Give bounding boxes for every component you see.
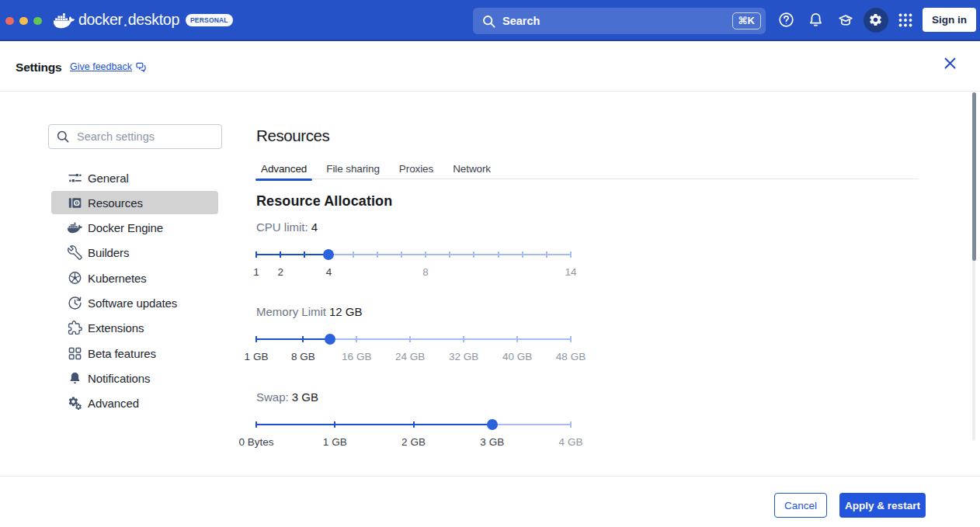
- give-feedback-link[interactable]: Give feedback: [70, 61, 146, 72]
- cpu-tick-8: [425, 251, 426, 258]
- sidebar-item-kubernetes[interactable]: Kubernetes: [51, 266, 218, 290]
- builders-icon: [68, 245, 82, 260]
- sidebar-item-extensions[interactable]: Extensions: [51, 317, 218, 340]
- docker-whale-icon: [54, 12, 75, 29]
- mem-tick-32: [463, 336, 464, 342]
- swap-value: 3 GB: [292, 390, 318, 404]
- sidebar-item-beta-features[interactable]: Beta features: [51, 342, 218, 365]
- mem-slider[interactable]: [256, 334, 571, 345]
- cpu-tick-13: [546, 251, 547, 258]
- mem-tick-label-32: 32 GB: [449, 351, 478, 362]
- sidebar-item-notifications[interactable]: Notifications: [51, 366, 218, 390]
- logo-product-text: desktop: [128, 11, 179, 29]
- docker-engine-icon: [68, 220, 82, 235]
- sidebar-item-advanced[interactable]: Advanced: [51, 392, 218, 415]
- swap-tick-label-4: 4 GB: [559, 436, 583, 448]
- sidebar-item-label: Extensions: [88, 321, 144, 335]
- tab-network[interactable]: Network: [447, 158, 496, 179]
- cancel-button[interactable]: Cancel: [774, 493, 827, 518]
- cpu-tick-11: [498, 251, 499, 258]
- cpu-tick-labels: 124814: [256, 266, 571, 279]
- mem-tick-label-8: 8 GB: [291, 351, 315, 362]
- resources-icon: [68, 196, 82, 210]
- extensions-icon: [68, 321, 82, 335]
- mem-label: Memory Limit12 GB: [256, 305, 800, 318]
- beta-features-icon: [68, 346, 82, 361]
- window-close-traffic-light[interactable]: [5, 17, 14, 26]
- sidebar-item-label: Advanced: [88, 397, 139, 410]
- settings-button[interactable]: [861, 5, 891, 35]
- settings-active-indicator: [864, 8, 888, 33]
- cpu-tick-label-14: 14: [565, 266, 576, 278]
- sidebar-item-docker-engine[interactable]: Docker Engine: [51, 217, 218, 240]
- cpu-slider[interactable]: [256, 249, 571, 260]
- tab-advanced[interactable]: Advanced: [255, 158, 312, 179]
- sign-in-button[interactable]: Sign in: [923, 8, 976, 32]
- titlebar: dockerdesktop PERSONAL Search ⌘K: [0, 0, 980, 41]
- cpu-value: 4: [311, 220, 318, 234]
- apply-restart-button[interactable]: Apply & restart: [839, 493, 926, 518]
- sidebar-item-software-updates[interactable]: Software updates: [51, 291, 218, 314]
- help-icon: [778, 12, 794, 28]
- swap-label: Swap:3 GB: [256, 390, 800, 404]
- swap-tick-label-2: 2 GB: [401, 436, 426, 448]
- titlebar-icon-bar: [771, 0, 921, 40]
- cpu-label: CPU limit:4: [256, 220, 800, 234]
- section-title: Resource Allocation: [256, 193, 392, 210]
- settings-search-input[interactable]: [77, 130, 214, 143]
- scrollbar-thumb[interactable]: [972, 92, 976, 261]
- sidebar-item-label: Beta features: [88, 347, 156, 360]
- cpu-tick-2: [280, 251, 281, 258]
- cpu-tick-7: [401, 251, 402, 258]
- feedback-bubble-icon: [136, 62, 146, 72]
- tab-bar: AdvancedFile sharingProxiesNetwork: [255, 158, 919, 179]
- cpu-tick-10: [473, 251, 474, 258]
- search-icon: [482, 15, 495, 28]
- swap-tick-0: [255, 421, 257, 428]
- cpu-slider-group: CPU limit:4124814: [256, 220, 800, 234]
- global-search-input[interactable]: Search ⌘K: [473, 8, 766, 34]
- advanced-icon: [68, 396, 82, 411]
- window-zoom-traffic-light[interactable]: [33, 17, 42, 26]
- cpu-tick-label-1: 1: [253, 266, 259, 278]
- logo-dot: [124, 24, 127, 26]
- swap-tick-4: [570, 421, 572, 428]
- cpu-tick-5: [353, 251, 354, 258]
- settings-search-icon: [57, 130, 69, 143]
- mem-value: 12 GB: [329, 305, 363, 318]
- cpu-tick-12: [522, 251, 523, 258]
- learning-center-button[interactable]: [831, 5, 861, 35]
- mem-tick-label-48: 48 GB: [556, 351, 586, 362]
- help-button[interactable]: [771, 5, 801, 35]
- sidebar-item-general[interactable]: General: [51, 166, 218, 189]
- sidebar-item-builders[interactable]: Builders: [51, 241, 218, 265]
- settings-search-field[interactable]: [48, 124, 222, 149]
- sidebar-item-label: General: [88, 172, 129, 185]
- tab-proxies[interactable]: Proxies: [394, 158, 439, 179]
- tab-file-sharing[interactable]: File sharing: [321, 158, 385, 179]
- give-feedback-label: Give feedback: [70, 61, 132, 72]
- cpu-slider-fill: [256, 254, 328, 255]
- mem-tick-labels: 1 GB8 GB16 GB24 GB32 GB40 GB48 GB: [256, 351, 571, 363]
- swap-slider-handle[interactable]: [487, 419, 498, 430]
- apps-grid-icon: [898, 12, 913, 28]
- sidebar-item-label: Resources: [88, 196, 143, 210]
- mem-tick-label-16: 16 GB: [342, 351, 371, 362]
- mem-label-text: Memory Limit: [256, 305, 326, 318]
- logo-brand-text: docker: [78, 11, 123, 29]
- cpu-slider-handle[interactable]: [323, 249, 334, 260]
- swap-slider[interactable]: [256, 419, 571, 430]
- close-icon: [944, 57, 956, 69]
- close-settings-button[interactable]: [940, 54, 960, 73]
- apps-grid-button[interactable]: [891, 5, 921, 35]
- sidebar-item-label: Builders: [88, 246, 129, 259]
- sidebar-item-resources[interactable]: Resources: [51, 191, 218, 214]
- swap-label-text: Swap:: [256, 390, 289, 404]
- docker-desktop-logo: dockerdesktop PERSONAL: [54, 0, 233, 40]
- sidebar-item-label: Software updates: [88, 296, 177, 310]
- window-minimize-traffic-light[interactable]: [19, 17, 28, 26]
- general-icon: [68, 171, 82, 185]
- notifications-button[interactable]: [801, 5, 832, 35]
- cpu-tick-14: [570, 251, 572, 258]
- mem-slider-handle[interactable]: [325, 334, 335, 345]
